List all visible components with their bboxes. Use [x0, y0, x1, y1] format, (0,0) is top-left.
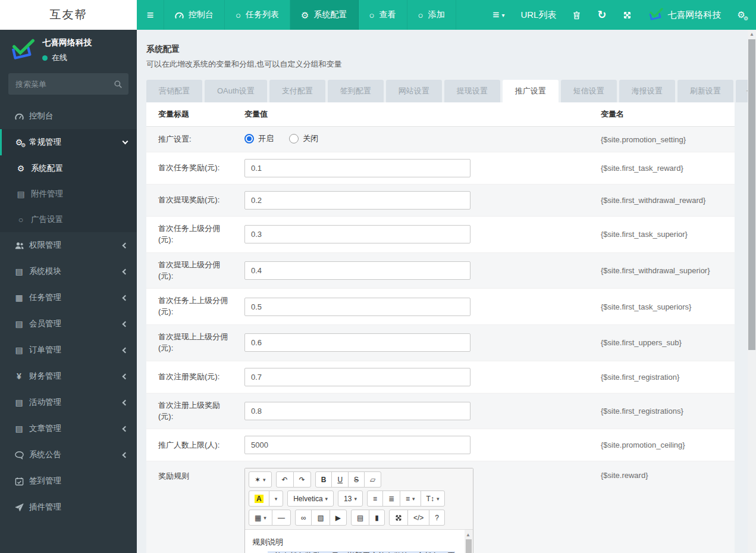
th-list-icon: ▦: [12, 293, 26, 302]
eraser-button[interactable]: ▱: [364, 471, 381, 488]
sidebar-item-task-manage[interactable]: ▦任务管理: [0, 285, 137, 311]
font-color-caret-button[interactable]: ▾: [269, 490, 284, 507]
row-label: 首次提现奖励(元):: [146, 188, 239, 213]
page-scrollbar[interactable]: ▲: [748, 30, 756, 553]
radio-circle-icon[interactable]: [289, 134, 299, 143]
horizontal-rule-button[interactable]: —: [272, 510, 291, 526]
config-value-input[interactable]: [244, 191, 470, 210]
gauge-icon: [12, 112, 26, 121]
code-view-button[interactable]: </>: [407, 510, 429, 526]
radio-option-0[interactable]: 开启: [244, 133, 274, 144]
sidebar-item-system-announcement[interactable]: 系统公告: [0, 442, 137, 468]
image-file-button[interactable]: ▤: [351, 510, 369, 526]
config-value-input[interactable]: [244, 436, 470, 454]
nav-item-dashboard[interactable]: 控制台: [164, 0, 225, 30]
tab-item[interactable]: 推广设置: [503, 80, 559, 102]
nav-item-task-list[interactable]: ○任务列表: [225, 0, 290, 30]
table-button[interactable]: ▦▾: [249, 510, 272, 526]
trash-icon[interactable]: [572, 11, 581, 20]
paragraph-align-button[interactable]: ≡▾: [400, 490, 421, 507]
tab-item[interactable]: 网站设置: [386, 80, 442, 102]
style-magic-button[interactable]: ✶▾: [249, 471, 272, 488]
sidebar-toggle-button[interactable]: ≡: [137, 0, 164, 30]
nav-item-add[interactable]: ○添加: [407, 0, 456, 30]
font-family-select[interactable]: Helvetica▾: [287, 490, 334, 507]
company-badge[interactable]: 七喜网络科技: [648, 8, 722, 22]
picture-button[interactable]: ▧: [311, 510, 330, 526]
menu-list-dropdown[interactable]: ≡ ▾: [493, 8, 504, 21]
undo-button[interactable]: ↶: [276, 471, 294, 488]
row-label: 奖励规则: [146, 461, 239, 489]
tab-item[interactable]: 签到配置: [328, 80, 384, 102]
sidebar-item-attachment-manage[interactable]: ▤附件管理: [0, 181, 137, 207]
link-button[interactable]: ∞: [295, 510, 312, 526]
sidebar-item-label: 订单管理: [29, 345, 123, 355]
config-value-input[interactable]: [244, 368, 470, 386]
tab-item[interactable]: 提现设置: [444, 80, 500, 102]
help-button[interactable]: ?: [429, 510, 445, 526]
editor-scrollbar-thumb[interactable]: [466, 539, 472, 553]
underline-button[interactable]: U: [331, 471, 349, 488]
sidebar-item-label: 系统公告: [29, 449, 123, 460]
nav-item-view[interactable]: ○查看: [359, 0, 407, 30]
page-scrollbar-thumb[interactable]: [748, 39, 755, 350]
sidebar-item-general-manage[interactable]: ⚙⚙常规管理: [0, 129, 137, 155]
sidebar-item-activity-manage[interactable]: ▤活动管理: [0, 389, 137, 415]
tab-item[interactable]: 营销配置: [146, 80, 202, 102]
sidebar-item-permission-manage[interactable]: 权限管理: [0, 232, 137, 258]
tab-item[interactable]: 刷新设置: [677, 80, 733, 102]
config-value-input[interactable]: [244, 261, 470, 280]
scroll-up-icon[interactable]: ▲: [749, 32, 754, 37]
config-value-input[interactable]: [244, 402, 470, 420]
config-value-input[interactable]: [244, 159, 470, 177]
video-icon: ▶: [335, 514, 341, 522]
sidebar-item-system-modules[interactable]: ▤系统模块: [0, 258, 137, 285]
search-icon: [114, 79, 123, 89]
search-input[interactable]: [8, 73, 128, 95]
line-height-button[interactable]: T↕▾: [421, 490, 446, 507]
unordered-list-button[interactable]: ≡: [367, 490, 383, 507]
caret-down-icon: ▾: [437, 496, 440, 502]
sidebar-item-dashboard[interactable]: 控制台: [0, 103, 137, 129]
video-button[interactable]: ▶: [330, 510, 347, 526]
config-value-input[interactable]: [244, 298, 470, 316]
editor-scrollbar[interactable]: ▲: [465, 530, 473, 553]
list-icon: ▤: [12, 398, 26, 407]
radio-circle-icon[interactable]: [244, 134, 254, 143]
sidebar-item-checkin-manage[interactable]: 签到管理: [0, 468, 137, 494]
bold-button[interactable]: B: [315, 471, 332, 488]
sidebar-item-article-manage[interactable]: ▤文章管理: [0, 415, 137, 442]
fullscreen-icon[interactable]: [623, 11, 632, 20]
font-size-select[interactable]: 13▾: [338, 490, 363, 507]
undo-icon: ↶: [282, 476, 288, 484]
sidebar-item-order-manage[interactable]: ▤订单管理: [0, 337, 137, 363]
tab-item[interactable]: OAuth设置: [205, 80, 267, 102]
ordered-list-button[interactable]: ≣: [382, 490, 400, 507]
config-value-input[interactable]: [244, 225, 470, 243]
sidebar-item-finance-manage[interactable]: ¥财务管理: [0, 363, 137, 389]
tab-item[interactable]: 支付配置: [269, 80, 325, 102]
radio-option-1[interactable]: 关闭: [289, 133, 318, 144]
sidebar-item-member-manage[interactable]: ▤会员管理: [0, 311, 137, 337]
redo-button[interactable]: ↷: [293, 471, 311, 488]
document-button[interactable]: ▮: [369, 510, 385, 526]
editor-content[interactable]: 规则说明 1.首次任务奖励0.1元，指新用户首次做第一个任务，平台将奖励0.1元…: [245, 530, 473, 553]
sidebar-item-system-config[interactable]: ⚙系统配置: [0, 155, 137, 181]
scroll-up-icon[interactable]: ▲: [466, 531, 470, 539]
font-color-button[interactable]: A: [249, 490, 269, 507]
row-variable-name: {$site.first_registrations}: [595, 400, 735, 422]
row-value-cell: 开启关闭: [239, 127, 595, 152]
sidebar-item-plugin-manage[interactable]: 插件管理: [0, 494, 137, 520]
url-list-button[interactable]: URL列表: [520, 10, 556, 21]
tab-item[interactable]: 短信设置: [561, 80, 617, 102]
sidebar-item-ad-settings[interactable]: ○广告设置: [0, 207, 137, 232]
clear-cache-icon[interactable]: ↻: [597, 8, 606, 21]
caret-down-icon: ▾: [275, 496, 278, 502]
sidebar-submenu: ⚙系统配置▤附件管理○广告设置: [0, 155, 137, 232]
config-value-input[interactable]: [244, 333, 470, 352]
settings-cogs-icon[interactable]: ⚙⚙: [738, 10, 745, 20]
strikethrough-button[interactable]: S: [348, 471, 365, 488]
nav-item-system-config[interactable]: ⚙系统配置: [290, 0, 358, 30]
editor-fullscreen-button[interactable]: [389, 510, 408, 526]
tab-item[interactable]: 海报设置: [619, 80, 675, 102]
